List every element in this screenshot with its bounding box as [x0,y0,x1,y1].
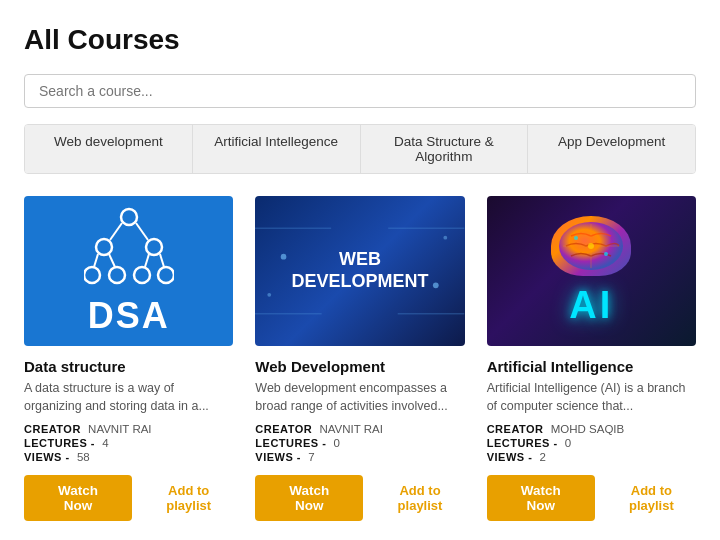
tab-web-development[interactable]: Web development [25,125,193,173]
course-creator-dsa: CREATOR NAVNIT RAI [24,423,233,435]
course-title-dsa: Data structure [24,358,233,375]
watch-now-button-dsa[interactable]: Watch Now [24,475,132,521]
svg-point-18 [433,282,439,288]
course-views-dsa: VIEWS - 58 [24,451,233,463]
page-title: All Courses [24,24,696,56]
svg-point-4 [109,267,125,283]
card-actions-webdev: Watch Now Add to playlist [255,475,464,521]
course-creator-webdev: CREATOR NAVNIT RAI [255,423,464,435]
svg-point-6 [158,267,174,283]
webdev-thumb-label: WEBDEVELOPMENT [291,249,428,292]
card-actions-dsa: Watch Now Add to playlist [24,475,233,521]
course-title-ai: Artificial Intelligence [487,358,696,375]
dsa-label: DSA [88,295,170,337]
course-thumbnail-ai: AI [487,196,696,346]
course-thumbnail-webdev: WEBDEVELOPMENT [255,196,464,346]
tab-app-development[interactable]: App Development [528,125,695,173]
svg-point-5 [134,267,150,283]
course-title-webdev: Web Development [255,358,464,375]
tab-ai[interactable]: Artificial Intellegence [193,125,361,173]
svg-line-9 [94,254,98,267]
course-card-ai: AI Artificial Intelligence Artificial In… [487,196,696,521]
course-thumbnail-dsa: DSA [24,196,233,346]
svg-point-17 [281,254,287,260]
ai-thumb-label: AI [569,284,613,327]
course-desc-ai: Artificial Intelligence (AI) is a branch… [487,380,696,415]
svg-point-3 [84,267,100,283]
course-desc-dsa: A data structure is a way of organizing … [24,380,233,415]
course-card-webdev: WEBDEVELOPMENT Web Development Web devel… [255,196,464,521]
svg-point-1 [96,239,112,255]
course-views-webdev: VIEWS - 7 [255,451,464,463]
courses-grid: DSA Data structure A data structure is a… [24,196,696,521]
svg-point-19 [268,293,272,297]
category-tabs: Web development Artificial Intellegence … [24,124,696,174]
svg-point-24 [588,243,594,249]
svg-point-20 [444,236,448,240]
course-lectures-ai: LECTURES - 0 [487,437,696,449]
dsa-tree-icon [84,205,174,285]
card-actions-ai: Watch Now Add to playlist [487,475,696,521]
course-lectures-dsa: LECTURES - 4 [24,437,233,449]
svg-point-25 [574,236,578,240]
add-playlist-button-ai[interactable]: Add to playlist [607,483,696,513]
watch-now-button-webdev[interactable]: Watch Now [255,475,363,521]
svg-point-26 [604,252,608,256]
watch-now-button-ai[interactable]: Watch Now [487,475,595,521]
add-playlist-button-dsa[interactable]: Add to playlist [144,483,233,513]
search-input[interactable] [24,74,696,108]
svg-point-2 [146,239,162,255]
add-playlist-button-webdev[interactable]: Add to playlist [375,483,464,513]
course-desc-webdev: Web development encompasses a broad rang… [255,380,464,415]
course-creator-ai: CREATOR MOHD SAQIB [487,423,696,435]
svg-line-11 [145,254,149,267]
course-card-dsa: DSA Data structure A data structure is a… [24,196,233,521]
svg-line-8 [136,223,148,240]
course-lectures-webdev: LECTURES - 0 [255,437,464,449]
svg-point-0 [121,209,137,225]
brain-icon [551,216,631,276]
svg-line-12 [160,254,164,267]
svg-line-10 [109,254,115,267]
tab-dsa[interactable]: Data Structure & Algorithm [361,125,529,173]
svg-line-7 [110,223,122,240]
course-views-ai: VIEWS - 2 [487,451,696,463]
ai-brain-graphic [551,216,631,276]
